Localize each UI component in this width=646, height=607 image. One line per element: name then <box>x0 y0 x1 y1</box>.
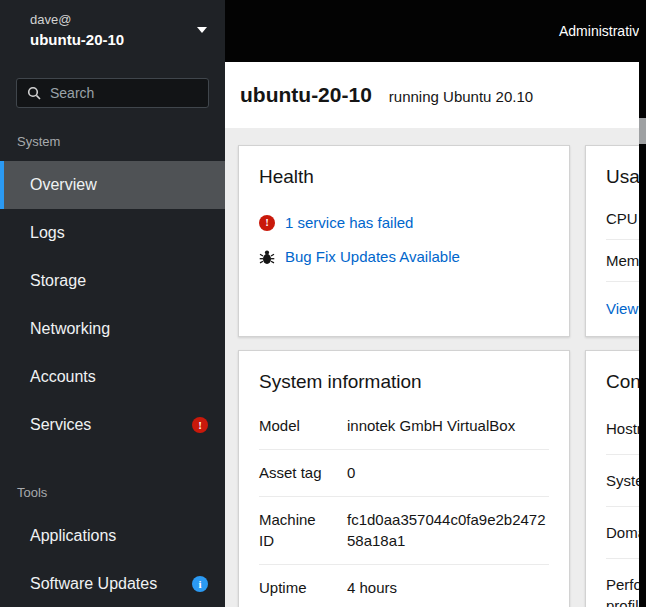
sidebar-search <box>16 78 209 108</box>
card-title: Usage <box>586 146 646 188</box>
row-label: Machine ID <box>259 509 329 551</box>
session-user: dave@ <box>30 11 209 29</box>
card-title: Configuration <box>586 351 646 393</box>
nav-section-tools: Tools <box>0 449 225 512</box>
row-value: innotek GmbH VirtualBox <box>347 415 549 437</box>
bug-fix-updates-link[interactable]: Bug Fix Updates Available <box>285 248 460 265</box>
row-value: fc1d0aa357044c0fa9e2b247258a18a1 <box>347 509 549 553</box>
row-value: 4 hours <box>347 577 549 599</box>
sidebar-item-logs[interactable]: Logs <box>0 209 225 257</box>
sidebar-item-accounts[interactable]: Accounts <box>0 353 225 401</box>
system-information-card: System information Model innotek GmbH Vi… <box>238 350 570 607</box>
sidebar-item-label: Services <box>30 416 91 434</box>
configuration-card: Configuration Hostname System time Domai… <box>585 350 646 607</box>
nav-section-system: System <box>0 108 225 161</box>
sidebar-item-label: Software Updates <box>30 575 157 593</box>
bug-icon <box>259 249 275 265</box>
window-right-edge <box>639 0 646 607</box>
chevron-down-icon <box>197 27 207 33</box>
masthead: Administrative access <box>225 0 646 62</box>
health-item: Bug Fix Updates Available <box>259 248 549 265</box>
search-input[interactable] <box>16 78 209 108</box>
card-title: System information <box>239 351 569 393</box>
info-circle-icon: i <box>192 576 208 592</box>
sidebar-item-storage[interactable]: Storage <box>0 257 225 305</box>
exclamation-circle-icon: ! <box>259 215 275 231</box>
scrollbar-thumb[interactable] <box>639 118 646 144</box>
cards-grid: Health ! 1 service has failed <box>225 128 646 607</box>
table-row: Machine ID fc1d0aa357044c0fa9e2b247258a1… <box>259 497 549 566</box>
table-row: Uptime 4 hours <box>259 565 549 607</box>
sidebar-item-networking[interactable]: Networking <box>0 305 225 353</box>
card-title: Health <box>239 146 569 188</box>
sidebar-item-services[interactable]: Services ! <box>0 401 225 449</box>
sidebar-item-label: Accounts <box>30 368 96 386</box>
health-item: ! 1 service has failed <box>259 214 549 231</box>
health-card: Health ! 1 service has failed <box>238 145 570 337</box>
row-value: 0 <box>347 462 549 484</box>
failed-service-link[interactable]: 1 service has failed <box>285 214 413 231</box>
administrative-access-button[interactable]: Administrative access <box>559 23 646 39</box>
sidebar-item-label: Logs <box>30 224 65 242</box>
sidebar-item-overview[interactable]: Overview <box>0 161 225 209</box>
health-items: ! 1 service has failed <box>239 188 569 265</box>
table-row: Model innotek GmbH VirtualBox <box>259 403 549 450</box>
sidebar-item-label: Storage <box>30 272 86 290</box>
sidebar-item-software-updates[interactable]: Software Updates i <box>0 560 225 607</box>
exclamation-circle-icon: ! <box>192 417 208 433</box>
row-label: Model <box>259 415 329 436</box>
table-row: Asset tag 0 <box>259 450 549 497</box>
sidebar-item-label: Overview <box>30 176 97 194</box>
page-header: ubuntu-20-10 running Ubuntu 20.10 <box>225 62 646 128</box>
usage-card: Usage CPU Memory View graphs <box>585 145 646 337</box>
sidebar-item-applications[interactable]: Applications <box>0 512 225 560</box>
session-host-menu[interactable]: dave@ ubuntu-20-10 <box>0 0 225 62</box>
system-information-table: Model innotek GmbH VirtualBox Asset tag … <box>259 403 549 607</box>
row-label: Uptime <box>259 577 329 598</box>
page-subtitle: running Ubuntu 20.10 <box>389 88 533 105</box>
page-title: ubuntu-20-10 <box>240 83 372 107</box>
cockpit-app: dave@ ubuntu-20-10 System Overview Logs … <box>0 0 646 607</box>
session-hostname: ubuntu-20-10 <box>30 29 209 51</box>
main-area: ubuntu-20-10 running Ubuntu 20.10 Health… <box>225 62 646 607</box>
row-label: Asset tag <box>259 462 329 483</box>
sidebar-item-label: Applications <box>30 527 116 545</box>
sidebar-item-label: Networking <box>30 320 110 338</box>
sidebar: dave@ ubuntu-20-10 System Overview Logs … <box>0 0 225 607</box>
